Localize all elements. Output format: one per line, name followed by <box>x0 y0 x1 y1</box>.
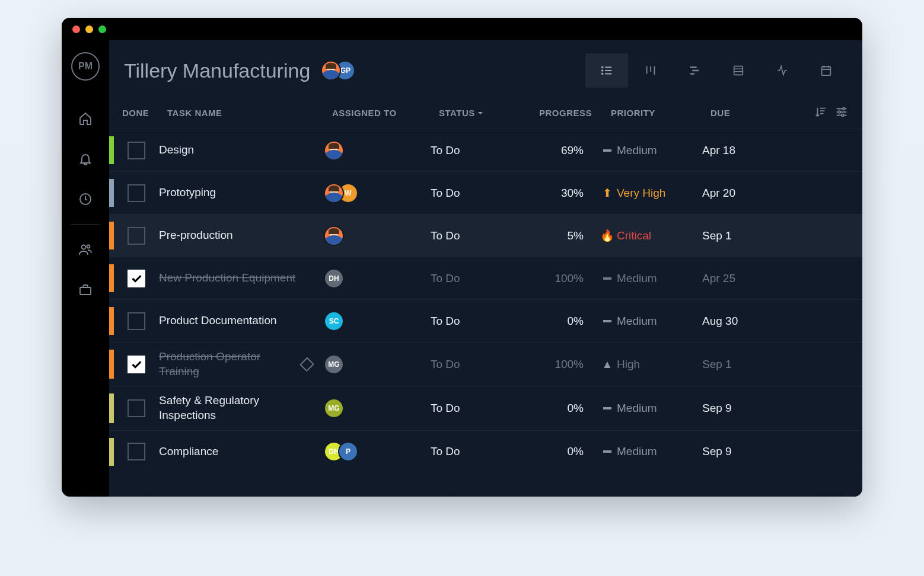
view-calendar[interactable] <box>805 53 847 88</box>
assigned-to[interactable] <box>324 226 431 246</box>
priority-cell[interactable]: Medium <box>603 272 702 285</box>
avatar[interactable]: MG <box>324 354 344 375</box>
task-name[interactable]: New Production Equipment <box>159 271 324 286</box>
done-checkbox[interactable] <box>128 184 145 202</box>
status-cell[interactable]: To Do <box>431 315 521 328</box>
done-checkbox[interactable] <box>128 142 145 159</box>
col-header-priority[interactable]: PRIORITY <box>611 108 710 118</box>
status-cell[interactable]: To Do <box>431 272 521 285</box>
done-checkbox[interactable] <box>128 227 145 245</box>
task-row[interactable]: Safety & Regulatory InspectionsMGTo Do0%… <box>109 386 862 430</box>
minimize-window-button[interactable] <box>85 25 93 33</box>
nav-recent[interactable] <box>62 179 109 219</box>
col-header-assigned[interactable]: ASSIGNED TO <box>332 108 439 118</box>
task-row[interactable]: Product DocumentationSCTo Do0%MediumAug … <box>109 299 862 342</box>
svg-point-2 <box>87 245 90 248</box>
task-table-header: DONE TASK NAME ASSIGNED TO STATUS PROGRE… <box>109 100 862 129</box>
due-cell[interactable]: Apr 18 <box>702 144 779 157</box>
progress-cell[interactable]: 5% <box>521 229 603 242</box>
due-cell[interactable]: Apr 20 <box>702 187 779 200</box>
assigned-to[interactable]: MG <box>324 354 431 375</box>
status-cell[interactable]: To Do <box>431 144 521 157</box>
priority-cell[interactable]: Medium <box>603 445 702 458</box>
priority-cell[interactable]: Medium <box>603 144 702 157</box>
task-name[interactable]: Pre-production <box>159 228 324 243</box>
progress-cell[interactable]: 0% <box>521 315 603 328</box>
nav-notifications[interactable] <box>62 139 109 179</box>
task-name[interactable]: Prototyping <box>159 185 324 200</box>
nav-home[interactable] <box>62 98 109 139</box>
priority-cell[interactable]: ⬆Very High <box>603 186 702 200</box>
done-checkbox[interactable] <box>128 356 145 373</box>
task-row[interactable]: Pre-productionTo Do5%🔥CriticalSep 1 <box>109 214 862 257</box>
status-cell[interactable]: To Do <box>431 187 521 200</box>
view-board[interactable] <box>629 53 672 88</box>
nav-portfolio[interactable] <box>62 270 109 310</box>
view-activity[interactable] <box>761 53 804 88</box>
progress-cell[interactable]: 30% <box>521 187 603 200</box>
priority-cell[interactable]: ▲High <box>603 358 702 371</box>
col-header-task[interactable]: TASK NAME <box>167 108 332 118</box>
task-name[interactable]: Safety & Regulatory Inspections <box>159 393 324 423</box>
avatar[interactable]: DH <box>324 268 344 289</box>
avatar[interactable]: P <box>338 441 358 462</box>
board-icon <box>644 64 657 77</box>
assigned-to[interactable]: DHP <box>324 441 431 462</box>
assigned-to[interactable]: W <box>324 183 431 203</box>
priority-cell[interactable]: Medium <box>603 402 702 415</box>
priority-cell[interactable]: 🔥Critical <box>603 229 702 242</box>
progress-cell[interactable]: 0% <box>521 445 603 458</box>
col-header-done[interactable]: DONE <box>117 108 167 118</box>
status-cell[interactable]: To Do <box>431 358 521 371</box>
assigned-to[interactable]: MG <box>324 398 431 418</box>
task-row[interactable]: ComplianceDHPTo Do0%MediumSep 9 <box>109 430 862 473</box>
task-row[interactable]: PrototypingWTo Do30%⬆Very HighApr 20 <box>109 171 862 214</box>
sort-button[interactable] <box>814 105 827 120</box>
avatar[interactable] <box>324 140 344 161</box>
view-sheet[interactable] <box>717 53 760 88</box>
progress-cell[interactable]: 100% <box>521 272 603 285</box>
col-header-status[interactable]: STATUS <box>439 108 529 118</box>
avatar[interactable] <box>324 226 344 246</box>
status-cell[interactable]: To Do <box>431 445 521 458</box>
task-name[interactable]: Production Operator Training <box>159 350 324 379</box>
done-checkbox[interactable] <box>128 443 145 460</box>
status-cell[interactable]: To Do <box>431 402 521 415</box>
task-name[interactable]: Design <box>159 143 324 158</box>
task-row[interactable]: DesignTo Do69%MediumApr 18 <box>109 129 862 171</box>
task-row[interactable]: New Production EquipmentDHTo Do100%Mediu… <box>109 257 862 299</box>
view-list[interactable] <box>585 53 628 88</box>
due-cell[interactable]: Sep 9 <box>702 445 779 458</box>
progress-cell[interactable]: 0% <box>521 402 603 415</box>
close-window-button[interactable] <box>72 25 80 33</box>
due-cell[interactable]: Aug 30 <box>702 315 779 328</box>
due-cell[interactable]: Apr 25 <box>702 272 779 285</box>
avatar[interactable]: MG <box>324 398 344 418</box>
due-cell[interactable]: Sep 1 <box>702 358 779 371</box>
task-row[interactable]: Production Operator TrainingMGTo Do100%▲… <box>109 342 862 386</box>
nav-divider <box>71 224 100 225</box>
due-cell[interactable]: Sep 9 <box>702 402 779 415</box>
col-header-progress[interactable]: PROGRESS <box>529 108 611 118</box>
task-name[interactable]: Product Documentation <box>159 313 324 328</box>
done-checkbox[interactable] <box>128 270 145 287</box>
maximize-window-button[interactable] <box>98 25 106 33</box>
task-name[interactable]: Compliance <box>159 444 324 459</box>
avatar[interactable] <box>324 183 344 203</box>
avatar[interactable]: SC <box>324 311 344 331</box>
filter-button[interactable] <box>835 105 848 120</box>
briefcase-icon <box>78 283 93 297</box>
due-cell[interactable]: Sep 1 <box>702 229 779 242</box>
progress-cell[interactable]: 69% <box>521 144 603 157</box>
view-gantt[interactable] <box>673 53 716 88</box>
done-checkbox[interactable] <box>128 399 145 417</box>
col-header-due[interactable]: DUE <box>710 108 788 118</box>
priority-cell[interactable]: Medium <box>603 315 702 328</box>
done-checkbox[interactable] <box>128 312 145 330</box>
assigned-to[interactable]: SC <box>324 311 431 331</box>
nav-people[interactable] <box>62 229 109 270</box>
assigned-to[interactable] <box>324 140 431 161</box>
status-cell[interactable]: To Do <box>431 229 521 242</box>
progress-cell[interactable]: 100% <box>521 358 603 371</box>
assigned-to[interactable]: DH <box>324 268 431 289</box>
